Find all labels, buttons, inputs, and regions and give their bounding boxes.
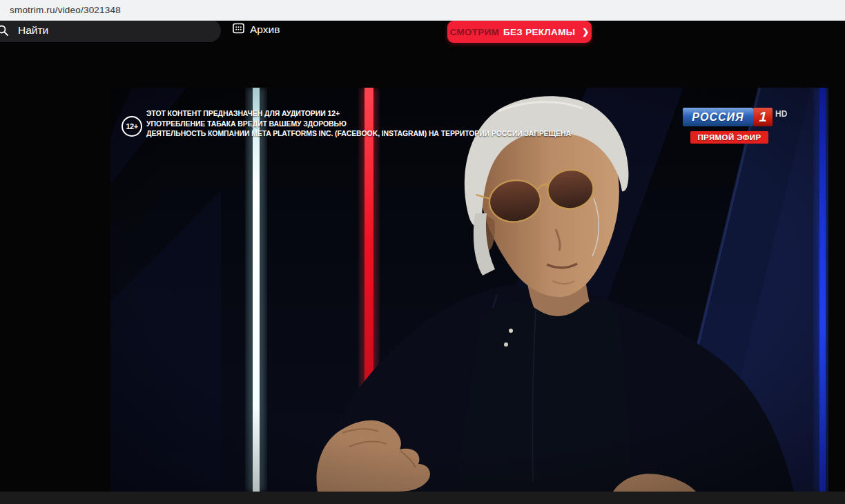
player-control-bar[interactable] xyxy=(0,492,845,504)
chevron-right-icon: ❯ xyxy=(582,27,589,37)
disclaimer-line: ДЕЯТЕЛЬНОСТЬ КОМПАНИИ META PLATFORMS INC… xyxy=(146,128,571,139)
studio-scene xyxy=(110,88,828,492)
disclaimer-line: УПОТРЕБЛЕНИЕ ТАБАКА ВРЕДИТ ВАШЕМУ ЗДОРОВ… xyxy=(146,119,571,129)
channel-logo-name: РОССИЯ xyxy=(683,108,753,126)
browser-url-bar[interactable]: smotrim.ru/video/3021348 xyxy=(0,0,845,21)
content-disclaimer: ЭТОТ КОНТЕНТ ПРЕДНАЗНАЧЕН ДЛЯ АУДИТОРИИ … xyxy=(146,108,571,139)
watch-without-ads-button[interactable]: СМОТРИМ БЕЗ РЕКЛАМЫ ❯ xyxy=(447,21,592,43)
promo-label: БЕЗ РЕКЛАМЫ xyxy=(503,27,575,37)
page-url[interactable]: smotrim.ru/video/3021348 xyxy=(10,5,121,15)
nav-item-archive[interactable]: Архив xyxy=(233,22,280,37)
disclaimer-line: ЭТОТ КОНТЕНТ ПРЕДНАЗНАЧЕН ДЛЯ АУДИТОРИИ … xyxy=(146,108,571,119)
video-player[interactable]: 12+ ЭТОТ КОНТЕНТ ПРЕДНАЗНАЧЕН ДЛЯ АУДИТО… xyxy=(110,88,828,492)
archive-grid-icon xyxy=(233,23,244,37)
promo-brand: СМОТРИМ xyxy=(449,27,499,37)
archive-label: Архив xyxy=(250,23,280,36)
channel-logo-number: 1 xyxy=(753,108,773,126)
age-rating-badge: 12+ xyxy=(122,116,142,137)
search-placeholder: Найти xyxy=(18,24,48,37)
live-broadcast-badge: ПРЯМОЙ ЭФИР xyxy=(690,131,768,144)
site-header: Найти Архив СМОТРИМ БЕЗ РЕКЛАМЫ ❯ xyxy=(0,21,845,68)
search-input[interactable]: Найти xyxy=(0,19,221,42)
search-icon xyxy=(0,25,8,36)
hd-quality-label: HD xyxy=(775,109,787,119)
